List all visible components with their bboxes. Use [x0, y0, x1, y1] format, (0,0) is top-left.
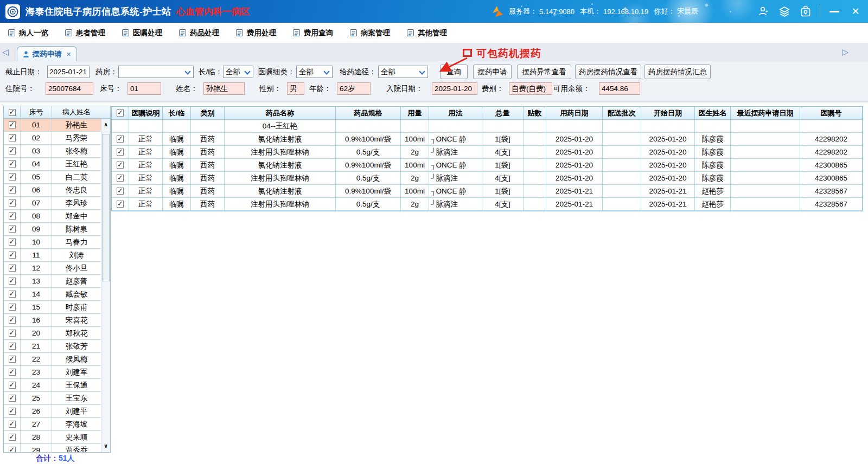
menu-item-病案管理[interactable]: 病案管理 — [349, 28, 406, 38]
patient-row[interactable]: 29贾秀乔 — [4, 444, 101, 452]
minimize-button[interactable] — [827, 4, 841, 18]
checkbox[interactable] — [9, 225, 16, 233]
patient-row[interactable]: 01孙艳生 — [4, 119, 101, 132]
layers-icon[interactable] — [777, 4, 792, 18]
patient-row[interactable]: 10马春力 — [4, 236, 101, 249]
patient-row[interactable]: 16宋喜花 — [4, 314, 101, 327]
deadline-input[interactable]: 2025-01-21 — [47, 66, 90, 78]
menu-item-费用处理[interactable]: 费用处理 — [235, 28, 292, 38]
patient-row[interactable]: 26刘建平 — [4, 405, 101, 418]
patient-list-scrollbar[interactable]: ∧ ∨ — [101, 119, 110, 452]
switch-user-icon[interactable] — [756, 4, 770, 18]
checkbox[interactable] — [117, 175, 124, 182]
order-row[interactable]: 正常临嘱西药注射用头孢唑林钠0.5g/支2g┘脉滴注4[支]2025-01-21… — [112, 198, 863, 211]
patient-row[interactable]: 23刘建军 — [4, 366, 101, 379]
order-row[interactable]: 正常临嘱西药氯化钠注射液0.9%100ml/袋100ml┐ONCE 静1[袋]2… — [112, 133, 863, 146]
checkbox[interactable] — [9, 147, 16, 154]
checkbox[interactable] — [9, 395, 16, 402]
patient-row[interactable]: 09陈树泉 — [4, 223, 101, 236]
checkbox[interactable] — [9, 434, 16, 441]
menu-item-费用查询[interactable]: 费用查询 — [292, 28, 349, 38]
checkbox[interactable] — [9, 173, 16, 181]
checkbox[interactable] — [117, 201, 124, 208]
pharmacy-status-view-button[interactable]: 药房摆药情况查看 — [575, 65, 641, 79]
checkbox[interactable] — [9, 447, 16, 452]
checkbox[interactable] — [117, 162, 124, 169]
patient-row[interactable]: 11刘涛 — [4, 249, 101, 262]
checkbox[interactable] — [9, 265, 16, 272]
order-row[interactable]: 正常临嘱西药氯化钠注射液0.9%100ml/袋100ml┐ONCE 静1[袋]2… — [112, 159, 863, 172]
order-row[interactable]: 正常临嘱西药注射用头孢唑林钠0.5g/支2g┘脉滴注4[支]2025-01-20… — [112, 146, 863, 159]
patient-row[interactable]: 25王宝东 — [4, 392, 101, 405]
menu-item-病人一览[interactable]: 病人一览 — [8, 28, 65, 38]
checkbox[interactable] — [9, 291, 16, 298]
patient-row[interactable]: 24王保通 — [4, 379, 101, 392]
checkbox[interactable] — [9, 160, 16, 167]
patient-check-cell — [4, 184, 21, 197]
patient-row[interactable]: 22候凤梅 — [4, 353, 101, 366]
patient-row[interactable]: 21张敬芳 — [4, 340, 101, 353]
patient-row[interactable]: 04王红艳 — [4, 158, 101, 171]
pharmacy-select[interactable] — [118, 66, 194, 78]
scroll-down-icon[interactable]: ∨ — [101, 442, 110, 450]
order-cell — [524, 159, 546, 172]
checkbox[interactable] — [9, 199, 16, 207]
inpatient-no-field: 25007684 — [46, 82, 93, 95]
patient-row[interactable]: 07李风珍 — [4, 197, 101, 210]
checkbox[interactable] — [9, 369, 16, 376]
menu-item-其他管理[interactable]: 其他管理 — [406, 28, 463, 38]
order-subtype-select[interactable]: 全部 — [296, 66, 333, 78]
menu-item-药品处理[interactable]: 药品处理 — [178, 28, 235, 38]
checkbox[interactable] — [9, 186, 16, 194]
checkbox[interactable] — [9, 343, 16, 350]
close-button[interactable]: ✕ — [848, 4, 863, 18]
menu-item-医嘱处理[interactable]: 医嘱处理 — [122, 28, 178, 38]
patient-row[interactable]: 13赵彦普 — [4, 275, 101, 288]
checkbox[interactable] — [9, 252, 16, 259]
key-badge-icon[interactable] — [799, 4, 813, 18]
tab-close-icon[interactable]: ✕ — [66, 51, 71, 58]
route-select[interactable]: 全部 — [378, 66, 428, 78]
tab-medication-request[interactable]: 摆药申请 ✕ — [17, 46, 77, 62]
patient-row[interactable]: 12佟小旦 — [4, 262, 101, 275]
checkbox[interactable] — [117, 109, 124, 117]
patient-row[interactable]: 05白二英 — [4, 171, 101, 184]
patient-row[interactable]: 14臧会敏 — [4, 288, 101, 301]
checkbox[interactable] — [9, 134, 16, 141]
patient-row[interactable]: 20郑秋花 — [4, 327, 101, 340]
checkbox[interactable] — [117, 188, 124, 195]
scrollbar-thumb[interactable] — [102, 134, 110, 281]
patient-row[interactable]: 28史来顺 — [4, 431, 101, 444]
checkbox[interactable] — [9, 382, 16, 389]
menu-item-患者管理[interactable]: 患者管理 — [65, 28, 122, 38]
query-button[interactable]: 查询 — [440, 65, 468, 79]
dispense-exception-button[interactable]: 摆药异常查看 — [517, 65, 571, 79]
checkbox[interactable] — [9, 239, 16, 246]
checkbox[interactable] — [9, 121, 16, 128]
patient-row[interactable]: 08郑金中 — [4, 210, 101, 223]
tab-scroll-right-icon[interactable]: ▷ — [842, 47, 848, 57]
tab-scroll-left-icon[interactable]: ◁ — [2, 47, 9, 57]
checkbox[interactable] — [9, 304, 16, 311]
patient-row[interactable]: 03张冬梅 — [4, 145, 101, 158]
checkbox[interactable] — [9, 421, 16, 428]
dispense-request-button[interactable]: 摆药申请 — [473, 65, 512, 79]
patient-row[interactable]: 27李海坡 — [4, 418, 101, 431]
checkbox[interactable] — [9, 356, 16, 363]
pharmacy-status-summary-button[interactable]: 药房摆药情况汇总 — [644, 65, 711, 79]
order-row[interactable]: 正常临嘱西药注射用头孢唑林钠0.5g/支2g┘脉滴注4[支]2025-01-20… — [112, 172, 863, 185]
checkbox[interactable] — [117, 136, 124, 143]
patient-row[interactable]: 06佟忠良 — [4, 184, 101, 197]
checkbox[interactable] — [9, 317, 16, 324]
checkbox[interactable] — [9, 212, 16, 220]
checkbox[interactable] — [9, 330, 16, 337]
longterm-select[interactable]: 全部 — [223, 66, 253, 78]
patient-row[interactable]: 15时彦甫 — [4, 301, 101, 314]
checkbox[interactable] — [9, 408, 16, 415]
select-all-checkbox[interactable] — [9, 109, 16, 116]
order-row[interactable]: 正常临嘱西药氯化钠注射液0.9%100ml/袋100ml┐ONCE 静1[袋]2… — [112, 185, 863, 198]
scroll-up-icon[interactable]: ∧ — [101, 120, 110, 129]
checkbox[interactable] — [117, 149, 124, 156]
checkbox[interactable] — [9, 278, 16, 285]
patient-row[interactable]: 02马秀荣 — [4, 132, 101, 145]
